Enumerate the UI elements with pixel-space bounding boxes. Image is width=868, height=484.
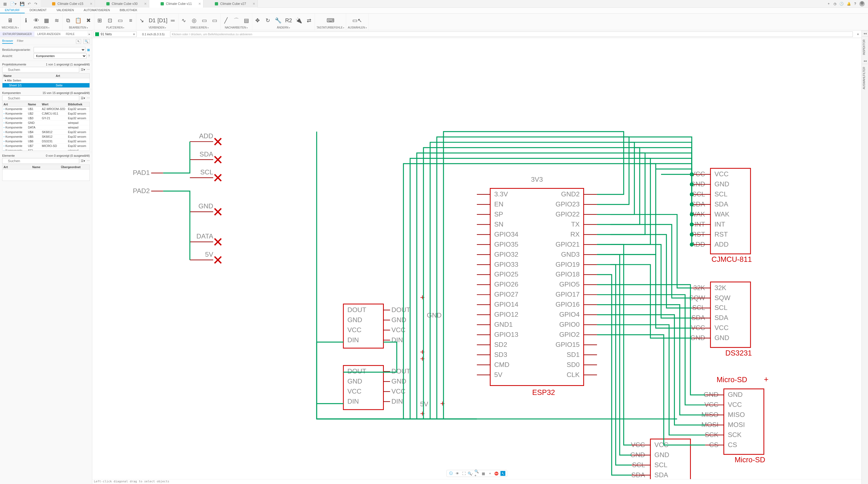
save-icon[interactable]: 💾 bbox=[20, 2, 24, 6]
place-bus-icon[interactable]: ≡ bbox=[127, 17, 134, 24]
document-tab[interactable]: Climate Cube v11✕ bbox=[149, 0, 204, 8]
jobs-icon[interactable]: 🕓 bbox=[839, 2, 844, 6]
grid-icon[interactable]: ▦ bbox=[481, 471, 486, 476]
board-icon[interactable]: 🖥 bbox=[6, 17, 14, 24]
delete-icon[interactable]: ✖ bbox=[85, 17, 93, 24]
docs-search[interactable] bbox=[2, 67, 79, 73]
menu-automatisieren[interactable]: AUTOMATISIEREN bbox=[79, 8, 115, 13]
close-icon[interactable]: ✕ bbox=[144, 2, 147, 6]
comp-row[interactable]: ▫ KomponenteU$6DS3231Esp32 wroom bbox=[2, 139, 90, 144]
menu-bibliothek[interactable]: BIBLIOTHEK bbox=[115, 8, 142, 13]
comp-row[interactable]: ▫ KomponenteU$1AZ-WROOM-32DEsp32 wroom bbox=[2, 107, 90, 111]
menu-validieren[interactable]: VALIDIEREN bbox=[52, 8, 79, 13]
ribbon-label[interactable]: TASTATURBEFEHLE bbox=[316, 26, 344, 29]
extensions-icon[interactable]: ◷ bbox=[834, 2, 836, 6]
comps-more-icon[interactable]: ⋯ bbox=[87, 96, 90, 100]
tab-selection-filter[interactable]: AUSWAHLFILTER bbox=[862, 64, 868, 92]
ribbon-label[interactable]: PLATZIEREN bbox=[106, 26, 124, 29]
file-new-icon[interactable]: 📄▾ bbox=[10, 2, 17, 6]
ribbon-label[interactable]: SIMULIEREN bbox=[190, 26, 208, 29]
elems-search[interactable] bbox=[2, 158, 79, 164]
avatar[interactable] bbox=[859, 1, 865, 6]
variant-table-icon[interactable]: ▦ bbox=[87, 48, 90, 52]
document-tab[interactable]: Climate Cube v15✕ bbox=[41, 0, 95, 8]
zoom-fit-icon[interactable]: ⛶ bbox=[461, 471, 466, 476]
tab-inspector[interactable]: INSPEKTOR bbox=[862, 36, 868, 58]
comp-row[interactable]: ▫ KomponenteGNDwirepad bbox=[2, 121, 90, 125]
bus-icon[interactable]: ═ bbox=[169, 17, 177, 24]
place-comp-icon[interactable]: ⊞ bbox=[96, 17, 104, 24]
visibility-icon[interactable]: 👁 bbox=[455, 471, 460, 476]
docs-row[interactable]: ▾ Alle Seiten bbox=[2, 78, 90, 83]
comp-row[interactable]: ▫ KomponenteU$5SK6812Esp32 wroom bbox=[2, 135, 90, 139]
line-icon[interactable]: ╱ bbox=[222, 17, 230, 24]
document-tab[interactable]: Climate Cube v27✕ bbox=[204, 0, 258, 8]
comp-row[interactable]: ▫ KomponenteDATAwirepad bbox=[2, 125, 90, 130]
info-icon[interactable]: ℹ bbox=[22, 17, 30, 24]
comps-list-icon[interactable]: ☰▾ bbox=[81, 96, 85, 100]
new-tab-icon[interactable]: ＋ bbox=[827, 1, 830, 6]
docs-list-icon[interactable]: ☰▾ bbox=[81, 68, 85, 72]
side-tab-0[interactable]: ENTWURFSMANAGER bbox=[0, 31, 34, 37]
close-icon[interactable]: ✕ bbox=[252, 2, 255, 6]
arc-icon[interactable]: ⌒ bbox=[232, 17, 240, 24]
wrench-icon[interactable]: 🔧 bbox=[275, 17, 282, 24]
menu-entwurf[interactable]: ENTWURF bbox=[0, 8, 25, 13]
place-frame-icon[interactable]: ▭ bbox=[117, 17, 124, 24]
ribbon-label[interactable]: ANZEIGEN bbox=[34, 26, 49, 29]
ribbon-label[interactable]: VERBINDEN bbox=[149, 26, 166, 29]
apps-icon[interactable]: ▦ bbox=[3, 2, 7, 6]
kbd-icon[interactable]: ⌨ bbox=[327, 17, 334, 24]
grid-icon[interactable]: ▦ bbox=[43, 17, 51, 24]
side-tab-2[interactable]: FEHLE bbox=[63, 31, 77, 37]
ribbon-label[interactable]: WECHSELN bbox=[2, 26, 19, 29]
side-tab-1[interactable]: LAYER ANZEIGEN bbox=[34, 31, 63, 37]
undo-icon[interactable]: ↶ bbox=[28, 2, 31, 6]
help-icon[interactable]: ? bbox=[854, 2, 856, 6]
paste-icon[interactable]: 📋 bbox=[74, 17, 82, 24]
cursor-tool-icon[interactable]: ↖ bbox=[76, 39, 81, 44]
stop-icon[interactable]: ⛔ bbox=[494, 471, 499, 476]
move-icon[interactable]: ✥ bbox=[254, 17, 261, 24]
view-select[interactable]: Komponenten bbox=[34, 53, 87, 59]
comps-search[interactable] bbox=[2, 95, 79, 101]
notifications-icon[interactable]: 🔔 bbox=[847, 2, 851, 6]
ribbon-label[interactable]: BEARBEITEN bbox=[69, 26, 88, 29]
comp-row[interactable]: ▫ KomponenteU$4SK6812Esp32 wroom bbox=[2, 130, 90, 135]
swap-icon[interactable]: ⇄ bbox=[305, 17, 313, 24]
eye-icon[interactable]: 👁 bbox=[33, 17, 40, 24]
select-icon[interactable]: ▭↖ bbox=[353, 17, 361, 24]
r-value-icon[interactable]: R2 bbox=[285, 17, 292, 24]
close-icon[interactable]: ✕ bbox=[198, 2, 201, 6]
add-icon[interactable]: ＋ bbox=[488, 471, 492, 476]
docs-more-icon[interactable]: ⋯ bbox=[87, 68, 90, 72]
ribbon-label[interactable]: NACHARBEITEN bbox=[225, 26, 248, 29]
zoom-in-icon[interactable]: 🔍+ bbox=[474, 471, 479, 476]
close-icon[interactable]: ✕ bbox=[90, 2, 93, 6]
collapse-filter-icon[interactable]: ◂◂ bbox=[862, 58, 868, 64]
sim-wave-icon[interactable]: ∿ bbox=[180, 17, 188, 24]
copy-icon[interactable]: ⧉ bbox=[64, 17, 72, 24]
schematic-canvas[interactable]: PAD1PAD2ADDSDASCLGNDDATA5V3V3ESP323.3VEN… bbox=[92, 38, 862, 479]
rotate-icon[interactable]: ↻ bbox=[264, 17, 272, 24]
zoom-out-icon[interactable]: 🔍- bbox=[468, 471, 473, 476]
sim-multi-icon[interactable]: ▭ bbox=[211, 17, 219, 24]
elems-table[interactable]: ArtNameÜbergeordnet bbox=[2, 165, 90, 181]
elems-list-icon[interactable]: ☰▾ bbox=[81, 159, 85, 163]
comps-table[interactable]: ArtNameWertBibliothek ▫ KomponenteU$1AZ-… bbox=[2, 102, 90, 151]
tabs-next-icon[interactable]: ▸ bbox=[87, 32, 92, 36]
layers-icon[interactable]: ≋ bbox=[53, 17, 61, 24]
view-help-icon[interactable]: ? bbox=[88, 54, 90, 58]
info-icon[interactable]: ⓘ bbox=[448, 471, 453, 476]
docs-row[interactable]: Sheet 1/1Seite bbox=[2, 83, 90, 88]
command-input[interactable]: Klicken oder / drücken, um Befehlszeilen… bbox=[170, 31, 853, 37]
menu-dokument[interactable]: DOKUMENT bbox=[25, 8, 52, 13]
select-icon[interactable]: ↖ bbox=[500, 471, 505, 476]
variant-select[interactable] bbox=[34, 47, 86, 52]
place-net-icon[interactable]: ⊡ bbox=[106, 17, 114, 24]
collapse-inspector-icon[interactable]: ◂◂ bbox=[862, 30, 868, 36]
elems-more-icon[interactable]: ⋯ bbox=[87, 159, 90, 163]
ribbon-label[interactable]: ÄNDERN bbox=[277, 26, 290, 29]
label-icon[interactable]: [D1] bbox=[159, 17, 166, 24]
attach-icon[interactable]: 🔌 bbox=[295, 17, 303, 24]
